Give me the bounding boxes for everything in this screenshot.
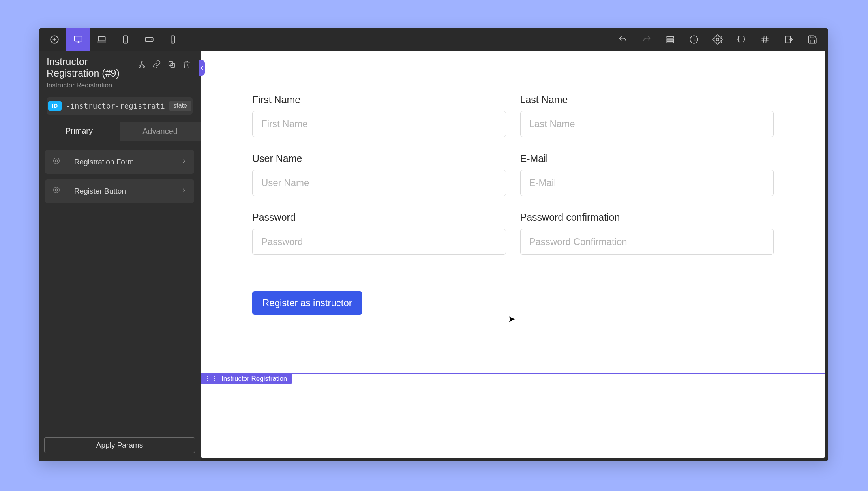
- register-instructor-button[interactable]: Register as instructor: [252, 291, 362, 315]
- apply-params-button[interactable]: Apply Params: [44, 437, 195, 453]
- plus-circle-icon: [49, 34, 60, 45]
- export-button[interactable]: [777, 28, 801, 51]
- device-mobile-button[interactable]: [161, 28, 185, 51]
- duplicate-icon: [167, 60, 176, 69]
- device-laptop-button[interactable]: [90, 28, 114, 51]
- control-register-button[interactable]: Register Button: [45, 179, 194, 203]
- svg-line-20: [763, 36, 764, 43]
- cursor-icon: ➤: [508, 314, 515, 324]
- code-button[interactable]: [729, 28, 753, 51]
- settings-button[interactable]: [706, 28, 729, 51]
- input-email[interactable]: [520, 170, 774, 196]
- field-first-name: First Name: [252, 94, 506, 137]
- field-password-confirmation: Password confirmation: [520, 212, 774, 255]
- control-registration-form[interactable]: Registration Form: [45, 150, 194, 174]
- label-email: E-Mail: [520, 153, 774, 164]
- selection-tag[interactable]: ⋮⋮ Instructor Registration: [201, 373, 292, 384]
- device-tablet-button[interactable]: [114, 28, 137, 51]
- svg-rect-14: [667, 39, 673, 41]
- trash-icon: [182, 60, 191, 69]
- export-icon: [784, 34, 794, 45]
- input-first-name[interactable]: [252, 111, 506, 137]
- device-desktop-button[interactable]: [66, 28, 90, 51]
- svg-point-29: [54, 158, 60, 164]
- layers-button[interactable]: [658, 28, 682, 51]
- input-password-confirmation[interactable]: [520, 229, 774, 255]
- undo-icon: [618, 34, 628, 45]
- tree-icon: [137, 60, 146, 69]
- desktop-icon: [73, 34, 83, 45]
- state-badge[interactable]: state: [169, 101, 191, 111]
- svg-rect-3: [74, 36, 82, 41]
- link-icon: [152, 60, 161, 69]
- tree-button[interactable]: [136, 58, 148, 70]
- save-button[interactable]: [801, 28, 824, 51]
- svg-point-17: [716, 38, 719, 41]
- gear-icon: [712, 34, 723, 45]
- grid-button[interactable]: [753, 28, 777, 51]
- chevron-right-icon: [181, 158, 187, 166]
- braces-icon: [736, 34, 746, 45]
- redo-icon: [641, 34, 652, 45]
- target-icon: [52, 186, 63, 197]
- save-icon: [807, 34, 817, 45]
- svg-point-24: [139, 66, 141, 68]
- target-icon: [52, 156, 63, 167]
- redo-button[interactable]: [635, 28, 658, 51]
- undo-button[interactable]: [611, 28, 635, 51]
- input-last-name[interactable]: [520, 111, 774, 137]
- selection-boundary: [201, 373, 825, 374]
- mobile-icon: [168, 34, 178, 45]
- app-window: Instructor Registration (#9) Instructor …: [39, 28, 828, 461]
- svg-point-28: [55, 160, 58, 162]
- drag-grip-icon: ⋮⋮: [204, 374, 218, 383]
- chevron-right-icon: [181, 187, 187, 196]
- svg-rect-6: [98, 36, 105, 41]
- label-last-name: Last Name: [520, 94, 774, 105]
- control-label: Register Button: [74, 187, 126, 196]
- svg-point-23: [141, 61, 142, 63]
- selection-label: Instructor Registration: [221, 375, 287, 383]
- id-badge: ID: [48, 101, 62, 111]
- label-user-name: User Name: [252, 153, 506, 164]
- panel-collapse-handle[interactable]: [199, 60, 205, 76]
- duplicate-button[interactable]: [166, 58, 178, 70]
- element-id-row[interactable]: ID -instructor-registrati state: [47, 97, 193, 115]
- tab-advanced[interactable]: Advanced: [120, 122, 201, 141]
- tab-primary[interactable]: Primary: [39, 122, 120, 141]
- element-subtitle: Instructor Registration: [47, 81, 136, 89]
- inspector-sidebar: Instructor Registration (#9) Instructor …: [39, 51, 201, 461]
- field-user-name: User Name: [252, 153, 506, 196]
- svg-line-21: [766, 36, 767, 43]
- preview-canvas[interactable]: First Name Last Name User Name E-Ma: [201, 51, 825, 458]
- svg-point-25: [143, 66, 145, 68]
- svg-point-30: [55, 189, 58, 191]
- svg-point-31: [54, 187, 60, 193]
- hash-icon: [760, 34, 770, 45]
- control-label: Registration Form: [74, 158, 134, 166]
- element-id-value: -instructor-registrati: [66, 102, 166, 110]
- device-tablet-landscape-button[interactable]: [137, 28, 161, 51]
- input-user-name[interactable]: [252, 170, 506, 196]
- svg-rect-15: [667, 41, 673, 43]
- chevron-left-icon: [200, 65, 204, 71]
- history-button[interactable]: [682, 28, 706, 51]
- layers-icon: [665, 34, 675, 45]
- field-last-name: Last Name: [520, 94, 774, 137]
- link-button[interactable]: [151, 58, 163, 70]
- tablet-icon: [120, 34, 131, 45]
- inspector-tabs: Primary Advanced: [39, 122, 201, 141]
- top-toolbar: [39, 28, 828, 51]
- label-password-confirmation: Password confirmation: [520, 212, 774, 223]
- label-password: Password: [252, 212, 506, 223]
- field-password: Password: [252, 212, 506, 255]
- element-title: Instructor Registration (#9): [47, 56, 136, 79]
- svg-rect-13: [667, 36, 673, 38]
- delete-button[interactable]: [181, 58, 193, 70]
- tablet-landscape-icon: [144, 34, 154, 45]
- field-email: E-Mail: [520, 153, 774, 196]
- input-password[interactable]: [252, 229, 506, 255]
- clock-icon: [689, 34, 699, 45]
- add-element-button[interactable]: [43, 28, 66, 51]
- label-first-name: First Name: [252, 94, 506, 105]
